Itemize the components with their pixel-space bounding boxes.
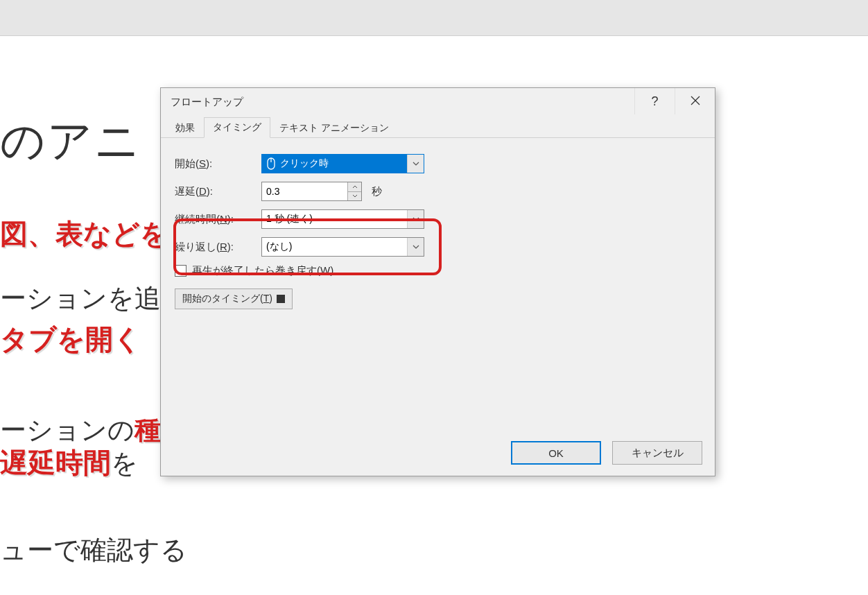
chevron-down-icon[interactable] — [407, 238, 424, 256]
start-combo[interactable]: クリック時 — [261, 154, 424, 173]
row-rewind[interactable]: 再生が終了したら巻き戻す(W) — [175, 264, 701, 277]
mouse-icon — [266, 157, 276, 170]
spinner-down-icon[interactable] — [348, 192, 361, 201]
label-start: 開始(S): — [175, 157, 261, 171]
start-combo-value: クリック時 — [262, 155, 407, 173]
app-ribbon-strip — [0, 0, 868, 36]
bg-text-line6: 遅延時間を — [0, 444, 138, 482]
label-rewind: 再生が終了したら巻き戻す(W) — [192, 264, 333, 277]
bg-text-line4: タブを開く — [0, 320, 141, 359]
row-duration: 継続時間(N): 1 秒 (速く) — [175, 209, 701, 230]
chevron-down-icon[interactable] — [407, 155, 424, 173]
ok-button[interactable]: OK — [511, 441, 601, 465]
close-icon — [691, 94, 700, 109]
dialog-title: フロートアップ — [161, 96, 243, 109]
collapse-icon — [277, 295, 285, 303]
trigger-button[interactable]: 開始のタイミング(T) — [175, 288, 293, 309]
delay-value: 0.3 — [262, 182, 347, 200]
row-start: 開始(S): クリック時 — [175, 153, 701, 174]
bg-text-title: のアニ — [0, 111, 141, 171]
duration-combo[interactable]: 1 秒 (速く) — [261, 209, 424, 229]
delay-spinner[interactable]: 0.3 — [261, 182, 362, 201]
label-repeat: 繰り返し(R): — [175, 241, 261, 254]
rewind-checkbox[interactable] — [175, 265, 186, 277]
tab-text-animation[interactable]: テキスト アニメーション — [270, 118, 398, 138]
help-icon: ? — [651, 94, 658, 109]
tab-timing[interactable]: タイミング — [204, 117, 270, 138]
dialog-footer: OK キャンセル — [511, 441, 702, 465]
dialog-tabs: 効果 タイミング テキスト アニメーション — [161, 117, 715, 138]
repeat-value: (なし) — [262, 238, 407, 256]
help-button[interactable]: ? — [634, 88, 675, 114]
dialog-titlebar[interactable]: フロートアップ ? — [161, 88, 715, 116]
tab-effect[interactable]: 効果 — [166, 118, 204, 138]
row-delay: 遅延(D): 0.3 秒 — [175, 181, 701, 202]
chevron-down-icon[interactable] — [407, 210, 424, 228]
label-duration: 継続時間(N): — [175, 213, 261, 226]
bg-text-line3: ーションを追 — [0, 281, 161, 316]
label-delay: 遅延(D): — [175, 185, 261, 198]
spinner-up-icon[interactable] — [348, 182, 361, 192]
duration-value: 1 秒 (速く) — [262, 210, 407, 228]
trigger-label: 開始のタイミング(T) — [182, 293, 272, 305]
dialog-content: 開始(S): クリック時 遅延(D): 0.3 — [161, 138, 715, 316]
float-up-dialog: フロートアップ ? 効果 タイミング テキスト アニメーション 開始(S): — [160, 87, 715, 476]
row-repeat: 繰り返し(R): (なし) — [175, 236, 701, 257]
cancel-button[interactable]: キャンセル — [612, 441, 702, 465]
delay-unit: 秒 — [372, 185, 382, 198]
bg-text-line7: ューで確認する — [0, 533, 187, 568]
bg-text-line5: ーションの種 — [0, 413, 161, 448]
close-button[interactable] — [675, 88, 715, 114]
bg-text-line2: 図、表などを — [0, 215, 168, 253]
repeat-combo[interactable]: (なし) — [261, 237, 424, 257]
